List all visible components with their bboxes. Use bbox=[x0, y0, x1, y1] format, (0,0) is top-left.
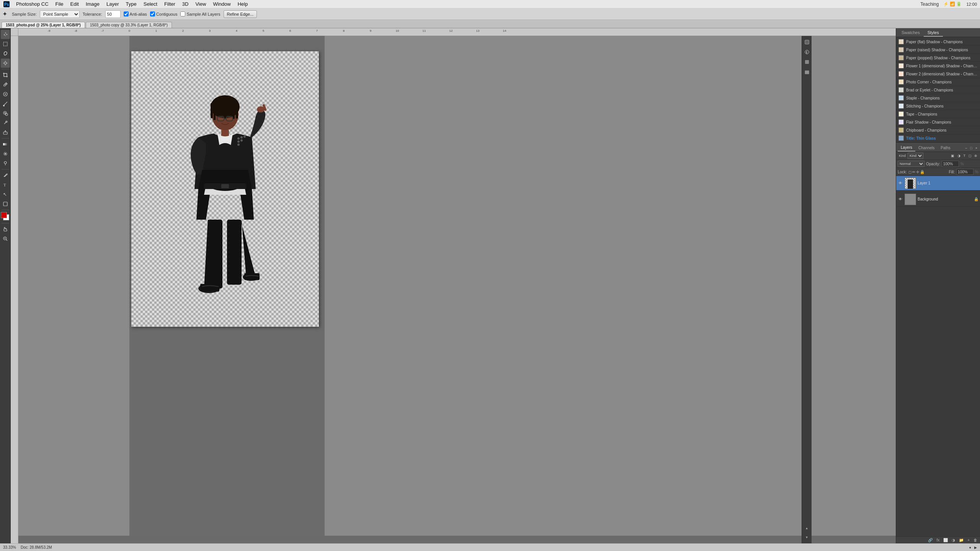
contiguous-checkbox[interactable] bbox=[150, 11, 155, 16]
scroll-up-btn[interactable]: ▲ bbox=[802, 523, 812, 533]
blend-mode-select[interactable]: Normal bbox=[898, 161, 924, 167]
menu-image[interactable]: Image bbox=[83, 1, 103, 7]
lock-paint-icon[interactable]: ✏ bbox=[912, 170, 915, 174]
style-item-6[interactable]: Brad or Eyelet - Champions bbox=[896, 86, 980, 94]
layer-delete-icon[interactable]: 🗑 bbox=[972, 538, 978, 543]
style-item-7[interactable]: Staple - Champions bbox=[896, 94, 980, 102]
pixel-layer-icon[interactable]: ▣ bbox=[950, 153, 956, 158]
style-item-0[interactable]: Paper (flat) Shadow - Champions bbox=[896, 38, 980, 46]
svg-rect-62 bbox=[806, 41, 808, 43]
lasso-tool[interactable] bbox=[1, 49, 10, 58]
style-item-5[interactable]: Photo Corner - Champions bbox=[896, 78, 980, 86]
shape-layer-icon[interactable]: ◻ bbox=[967, 153, 972, 158]
style-item-10[interactable]: Flair Shadow - Champions bbox=[896, 118, 980, 126]
menu-filter[interactable]: Filter bbox=[161, 1, 178, 7]
menu-view[interactable]: View bbox=[192, 1, 209, 7]
fill-input[interactable] bbox=[956, 169, 973, 175]
color-picker-btn[interactable] bbox=[802, 57, 812, 67]
crop-tool[interactable] bbox=[1, 70, 10, 80]
magic-wand-tool[interactable] bbox=[1, 59, 10, 68]
swatches-tab[interactable]: Swatches bbox=[898, 29, 924, 37]
status-arrow[interactable]: ▶ bbox=[974, 546, 977, 549]
hand-tool[interactable] bbox=[1, 225, 10, 234]
kind-filter-select[interactable]: Kind bbox=[908, 153, 923, 159]
anti-alias-checkbox[interactable] bbox=[124, 11, 129, 16]
sample-size-select[interactable]: Point Sample 3 by 3 Average 5 by 5 Avera… bbox=[40, 10, 80, 18]
layer-row-0[interactable]: 👁 Layer 1 bbox=[896, 176, 980, 191]
lock-all-icon[interactable]: 🔒 bbox=[920, 170, 924, 174]
style-item-8[interactable]: Stitching - Champions bbox=[896, 102, 980, 110]
adjust-layer-icon[interactable]: ◑ bbox=[956, 153, 962, 158]
layer-fx-icon[interactable]: fx bbox=[935, 538, 941, 543]
document-canvas[interactable] bbox=[131, 51, 319, 327]
opacity-input[interactable] bbox=[942, 161, 959, 167]
channels-tab[interactable]: Channels bbox=[915, 145, 938, 151]
collapse-btn[interactable]: – bbox=[964, 146, 968, 150]
scroll-down-btn[interactable]: ▼ bbox=[802, 533, 812, 542]
tab-0[interactable]: 1503_photo.psd @ 25% (Layer 1, RGB/8*) bbox=[2, 22, 85, 28]
layer-adjustment-icon[interactable]: ◑ bbox=[951, 538, 956, 543]
layers-btn-2[interactable] bbox=[802, 67, 812, 77]
style-item-2[interactable]: Paper (popped) Shadow - Champions bbox=[896, 54, 980, 62]
layer-link-icon[interactable]: 🔗 bbox=[927, 538, 934, 543]
menu-3d[interactable]: 3D bbox=[179, 1, 192, 7]
move-tool[interactable]: ↖ bbox=[1, 30, 10, 39]
navigator-button[interactable] bbox=[802, 37, 812, 47]
background-lock-icon: 🔒 bbox=[974, 197, 978, 201]
dodge-tool[interactable] bbox=[1, 159, 10, 168]
expand-btn[interactable]: □ bbox=[969, 146, 973, 150]
style-item-1[interactable]: Paper (raised) Shadow - Champions bbox=[896, 46, 980, 54]
refine-edge-button[interactable]: Refine Edge... bbox=[224, 10, 257, 18]
layer-folder-icon[interactable]: 📁 bbox=[958, 538, 965, 543]
pen-tool[interactable] bbox=[1, 171, 10, 180]
heal-tool[interactable] bbox=[1, 90, 10, 99]
zoom-tool[interactable] bbox=[1, 234, 10, 243]
path-select-tool[interactable]: ↖ bbox=[1, 190, 10, 199]
menu-layer[interactable]: Layer bbox=[103, 1, 122, 7]
menu-edit[interactable]: Edit bbox=[67, 1, 82, 7]
close-btn[interactable]: × bbox=[974, 146, 978, 150]
smart-layer-icon[interactable]: ⊕ bbox=[973, 153, 978, 158]
layer-row-1[interactable]: 👁 Background 🔒 bbox=[896, 192, 980, 207]
layer-visibility-1[interactable]: 👁 bbox=[898, 197, 903, 202]
fg-bg-colors[interactable] bbox=[1, 212, 10, 221]
menu-select[interactable]: Select bbox=[140, 1, 160, 7]
canvas-viewport[interactable] bbox=[18, 36, 896, 536]
layers-tab[interactable]: Layers bbox=[898, 144, 915, 152]
gradient-tool[interactable] bbox=[1, 140, 10, 149]
eyedropper-tool[interactable] bbox=[1, 80, 10, 89]
blur-tool[interactable] bbox=[1, 149, 10, 158]
style-item-12[interactable]: Title: Thin Glass bbox=[896, 134, 980, 142]
tolerance-input[interactable] bbox=[105, 10, 121, 18]
tab-1[interactable]: 1503_photo copy @ 33.3% (Layer 1, RGB/8*… bbox=[86, 22, 172, 28]
text-tool[interactable]: T bbox=[1, 180, 10, 189]
canvas-area[interactable]: -9 -8 -7 0 1 2 3 4 5 6 7 8 9 10 11 12 13… bbox=[11, 28, 896, 543]
menu-photoshop[interactable]: Photoshop CC bbox=[13, 1, 52, 7]
lock-transparent-icon[interactable]: ◻ bbox=[908, 170, 911, 174]
rectangle-select-tool[interactable] bbox=[1, 39, 10, 49]
type-layer-icon[interactable]: T bbox=[962, 153, 967, 158]
style-name-0: Paper (flat) Shadow - Champions bbox=[906, 40, 963, 44]
style-item-4[interactable]: Flower 2 (dimensional) Shadow - Champion… bbox=[896, 70, 980, 78]
style-item-11[interactable]: Chipboard - Champions bbox=[896, 126, 980, 134]
styles-tab[interactable]: Styles bbox=[924, 29, 943, 37]
info-button[interactable]: i bbox=[802, 47, 812, 57]
lock-move-icon[interactable]: ✛ bbox=[916, 170, 919, 174]
menu-window[interactable]: Window bbox=[210, 1, 234, 7]
layer-mask-icon[interactable]: ⬜ bbox=[942, 538, 949, 543]
foreground-color[interactable] bbox=[1, 212, 7, 218]
shape-tool[interactable] bbox=[1, 199, 10, 209]
eraser-tool[interactable] bbox=[1, 128, 10, 137]
history-brush-tool[interactable] bbox=[1, 118, 10, 127]
brush-tool[interactable] bbox=[1, 99, 10, 108]
sample-all-layers-checkbox[interactable] bbox=[180, 11, 185, 16]
layer-new-icon[interactable]: + bbox=[966, 538, 971, 543]
paths-tab[interactable]: Paths bbox=[938, 145, 954, 151]
menu-file[interactable]: File bbox=[52, 1, 67, 7]
menu-type[interactable]: Type bbox=[123, 1, 140, 7]
layer-visibility-0[interactable]: 👁 bbox=[898, 181, 903, 186]
clone-tool[interactable] bbox=[1, 109, 10, 118]
style-item-9[interactable]: Tape - Champions bbox=[896, 110, 980, 118]
style-item-3[interactable]: Flower 1 (dimensional) Shadow - Champion… bbox=[896, 62, 980, 70]
menu-help[interactable]: Help bbox=[235, 1, 251, 7]
